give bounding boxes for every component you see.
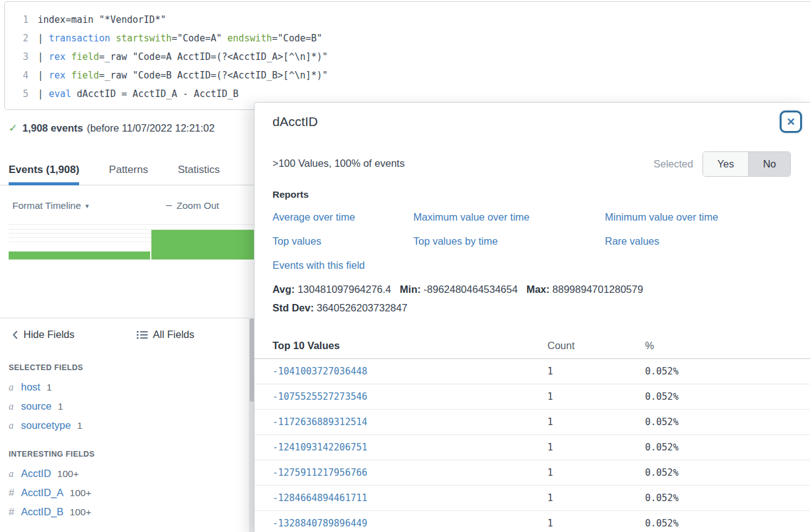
stat-item: Max: 8899894701280579 [526,284,643,295]
column-header: % [645,336,654,358]
events-count: 1,908 events [22,122,83,134]
hide-fields-label: Hide Fields [23,329,75,340]
search-line: 1index=main "*VendorID*" [5,11,810,29]
percent-cell: 0.052% [645,359,678,384]
search-token: | [38,88,49,99]
report-link[interactable]: Top values by time [413,235,498,247]
percent-cell: 0.052% [645,511,678,532]
selected-yes-button[interactable]: Yes [703,152,749,176]
search-query-editor[interactable]: 1index=main "*VendorID*"2| transaction s… [4,1,810,110]
report-link[interactable]: Events with this field [272,260,365,271]
report-link[interactable]: Rare values [605,235,659,247]
report-links-row: Events with this field [272,253,798,277]
field-name-link[interactable]: host [21,378,40,397]
selected-no-button[interactable]: No [749,152,790,176]
field-item-sourcetype[interactable]: asourcetype1 [9,416,243,435]
search-line-text: | eval dAcctID = AcctID_A - AcctID_B [38,85,238,103]
search-line: 5| eval dAcctID = AcctID_A - AcctID_B [5,85,810,103]
tab-events[interactable]: Events (1,908) [9,158,79,185]
search-line-text: | rex field=_raw "Code=B AcctID=(?<AcctI… [38,66,328,85]
field-item-source[interactable]: asource1 [9,397,243,416]
stat-label: Max: [526,284,552,295]
column-header: Top 10 Values [272,336,547,358]
search-token: | [38,51,49,62]
field-distinct-count: 100+ [57,464,79,483]
percent-cell: 0.052% [645,410,678,434]
stat-item: Std Dev: 3640526203732847 [272,302,407,313]
report-link[interactable]: Average over time [272,211,355,222]
stats-line: Avg: 130481097964276.4Min: -896248046453… [272,280,652,298]
field-item-host[interactable]: ahost1 [9,378,243,397]
close-icon: ✕ [787,116,795,129]
tab-patterns[interactable]: Patterns [109,158,148,185]
search-line-text: | transaction startswith="Code=A" endswi… [38,29,323,48]
close-button[interactable]: ✕ [780,111,802,133]
numeric-field-icon: # [9,483,21,502]
search-line: 4| rex field=_raw "Code=B AcctID=(?<Acct… [5,66,810,85]
timeline-bar[interactable] [9,251,150,260]
count-cell: 1 [547,410,645,434]
string-field-icon: a [9,397,21,416]
field-summary-popup: dAcctID ✕ >100 Values, 100% of events Se… [254,102,810,532]
zoom-out-button[interactable]: − Zoom Out [166,199,219,213]
field-name-link[interactable]: sourcetype [21,416,71,435]
search-token: field [71,51,99,62]
count-cell: 1 [547,435,645,460]
field-item-acctid_b[interactable]: #AcctID_B100+ [9,502,243,521]
line-number: 1 [5,11,38,29]
scrollbar-thumb[interactable] [250,318,254,402]
value-link[interactable]: -1041003727036448 [272,359,547,384]
field-name-link[interactable]: AcctID_A [21,483,64,502]
search-token: eval [49,88,71,99]
value-link[interactable]: -1241093142206751 [272,435,547,460]
string-field-icon: a [9,464,21,483]
table-row: -107552552727354610.052% [255,384,810,410]
report-link-cell: Average over time [272,205,413,229]
tab-statistics[interactable]: Statistics [178,158,220,185]
stat-value: 8899894701280579 [552,284,643,295]
events-status-line: ✓ 1,908 events (before 11/07/2022 12:21:… [9,122,214,135]
field-item-acctid_a[interactable]: #AcctID_A100+ [9,483,243,502]
field-name-link[interactable]: AcctID_B [21,502,64,521]
format-timeline-button[interactable]: Format Timeline ▾ [12,200,89,211]
search-line-text: | rex field=_raw "Code=A AcctID=(?<AcctI… [38,48,328,66]
field-item-acctid[interactable]: aAcctID100+ [9,464,243,483]
zoom-out-label: Zoom Out [177,200,219,211]
field-name-link[interactable]: source [21,397,52,416]
search-token: ="Code=A" [172,33,227,44]
search-token: =_raw "Code=A AcctID=(?<AcctID_A>[^\n]*)… [99,51,327,62]
events-time-note: (before 11/07/2022 12:21:02 [86,122,214,134]
search-token [65,51,71,62]
value-link[interactable]: -1075525527273546 [272,384,547,409]
top-values-table: Top 10 ValuesCount%-104100372703644810.0… [255,336,810,532]
list-icon [137,331,148,339]
field-name-link[interactable]: AcctID [21,464,51,483]
report-link[interactable]: Minimum value over time [605,211,718,222]
field-distinct-count: 1 [58,397,64,416]
all-fields-label: All Fields [153,329,195,340]
report-link-cell: Rare values [605,229,659,253]
value-link[interactable]: -1284664894461711 [272,486,547,510]
search-token: dAcctID = AcctID_A - AcctID_B [71,88,238,99]
count-cell: 1 [547,511,645,532]
field-distinct-count: 100+ [70,502,91,521]
search-token: | [38,70,49,81]
field-distinct-count: 1 [77,416,83,435]
value-link[interactable]: -1275911217956766 [272,460,547,485]
all-fields-button[interactable]: All Fields [137,329,195,340]
field-group-title: SELECTED FIELDS [9,363,243,372]
line-number: 4 [5,66,38,85]
top-values-table-header: Top 10 ValuesCount% [255,336,810,359]
report-link-cell: Events with this field [272,253,413,277]
value-link[interactable]: -1328840789896449 [272,511,547,532]
selected-toggle-group: Selected Yes No [654,151,791,177]
minus-icon: − [166,199,172,213]
popup-title: dAcctID [272,114,318,129]
value-link[interactable]: -1172636889312514 [272,410,547,434]
stat-label: Avg: [272,284,298,295]
hide-fields-button[interactable]: Hide Fields [12,329,75,340]
search-token: ="Code=B" [272,33,322,44]
report-link[interactable]: Maximum value over time [413,211,529,222]
report-link[interactable]: Top values [272,235,321,247]
field-statistics: Avg: 130481097964276.4Min: -896248046453… [272,280,652,317]
